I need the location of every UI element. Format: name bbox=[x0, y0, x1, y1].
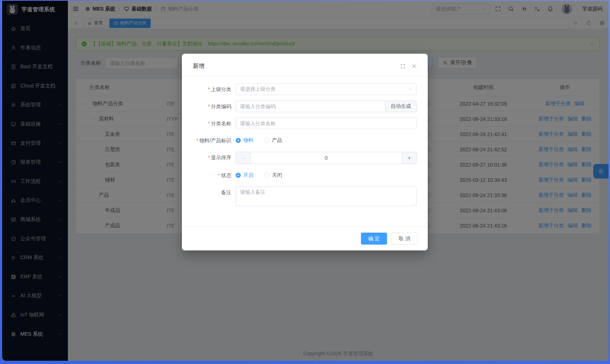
form-row-sort: *显示排序 0 bbox=[193, 152, 417, 164]
increase-button[interactable] bbox=[402, 152, 416, 164]
chevron-down-icon bbox=[408, 87, 412, 91]
app-window: 芋道管理系统 首页作者动态Boot 开发文档Cloud 开发文档系统管理基础设施… bbox=[2, 1, 609, 361]
radio-dot-icon bbox=[236, 138, 241, 143]
auto-generate-button[interactable]: 自动生成 bbox=[385, 101, 417, 112]
sort-stepper: 0 bbox=[236, 152, 417, 164]
form-row-parent-category: *上级分类 请选择上级分类 bbox=[193, 83, 417, 95]
material-product-radio-group: 物料 产品 bbox=[236, 135, 417, 146]
category-code-input[interactable] bbox=[236, 101, 385, 112]
remark-textarea[interactable] bbox=[236, 187, 417, 206]
display-sort-label: *显示排序 bbox=[193, 152, 236, 163]
confirm-button[interactable]: 确 定 bbox=[361, 233, 387, 245]
dialog-header: 新增 bbox=[182, 54, 428, 76]
parent-category-label: *上级分类 bbox=[193, 83, 236, 95]
dialog-tools bbox=[400, 64, 417, 69]
plus-icon bbox=[407, 156, 412, 160]
parent-category-placeholder: 请选择上级分类 bbox=[240, 86, 276, 93]
category-name-label: *分类名称 bbox=[193, 118, 236, 129]
radio-dot-icon bbox=[264, 173, 269, 178]
dialog-form: *上级分类 请选择上级分类 *分类编码 自动生成 bbox=[182, 76, 428, 226]
status-radio-group: 开启 关闭 bbox=[236, 169, 417, 181]
minus-icon bbox=[241, 156, 245, 160]
form-row-remark: 备注 bbox=[193, 187, 417, 206]
form-row-category-name: *分类名称 bbox=[193, 118, 417, 129]
status-label: *状态 bbox=[193, 169, 236, 181]
dialog-footer: 确 定 取 消 bbox=[182, 226, 428, 250]
category-code-label: *分类编码 bbox=[193, 101, 236, 112]
dialog-close-icon[interactable] bbox=[411, 64, 417, 69]
cancel-button[interactable]: 取 消 bbox=[391, 233, 418, 245]
radio-material[interactable]: 物料 bbox=[236, 137, 253, 144]
dialog-fullscreen-icon[interactable] bbox=[400, 64, 406, 69]
radio-product[interactable]: 产品 bbox=[264, 137, 282, 144]
category-name-input[interactable] bbox=[236, 118, 417, 129]
form-row-status: *状态 开启 关闭 bbox=[193, 169, 417, 181]
radio-dot-icon bbox=[236, 173, 241, 178]
decrease-button[interactable] bbox=[236, 152, 251, 164]
material-product-label: *物料/产品标识 bbox=[193, 135, 236, 146]
form-row-type: *物料/产品标识 物料 产品 bbox=[193, 135, 417, 146]
dialog-title: 新增 bbox=[193, 62, 204, 70]
radio-dot-icon bbox=[264, 138, 269, 143]
add-category-dialog: 新增 *上级分类 请选择上级分类 *分类编码 bbox=[182, 54, 428, 250]
radio-status-closed[interactable]: 关闭 bbox=[264, 172, 282, 179]
radio-status-open[interactable]: 开启 bbox=[236, 172, 253, 179]
resize-handle-icon[interactable] bbox=[412, 201, 416, 205]
parent-category-select[interactable]: 请选择上级分类 bbox=[236, 83, 417, 95]
sort-value[interactable]: 0 bbox=[251, 152, 402, 164]
form-row-category-code: *分类编码 自动生成 bbox=[193, 101, 417, 112]
remark-label: 备注 bbox=[193, 187, 236, 198]
